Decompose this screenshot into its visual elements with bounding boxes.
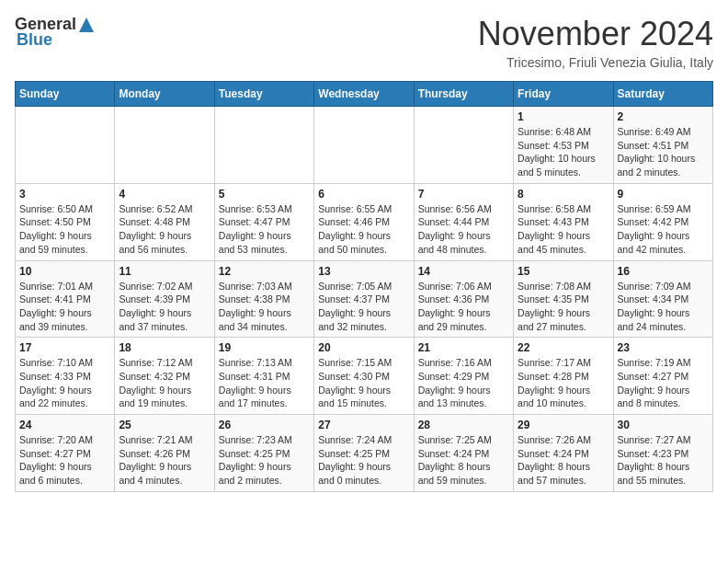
day-number: 24 <box>19 419 110 431</box>
day-number: 21 <box>418 341 509 354</box>
day-cell: 23Sunrise: 7:19 AM Sunset: 4:27 PM Dayli… <box>613 338 712 415</box>
week-row-1: 1Sunrise: 6:48 AM Sunset: 4:53 PM Daylig… <box>16 107 713 184</box>
header-monday: Monday <box>115 82 214 107</box>
calendar-body: 1Sunrise: 6:48 AM Sunset: 4:53 PM Daylig… <box>16 107 713 492</box>
day-cell: 28Sunrise: 7:25 AM Sunset: 4:24 PM Dayli… <box>414 415 513 492</box>
day-number: 13 <box>318 265 409 278</box>
week-row-3: 10Sunrise: 7:01 AM Sunset: 4:41 PM Dayli… <box>16 260 713 338</box>
day-cell: 10Sunrise: 7:01 AM Sunset: 4:41 PM Dayli… <box>16 260 115 338</box>
header-saturday: Saturday <box>613 82 712 107</box>
day-number: 6 <box>318 188 409 201</box>
day-info: Sunrise: 6:53 AM Sunset: 4:47 PM Dayligh… <box>219 202 310 257</box>
day-cell <box>414 107 513 184</box>
day-number: 15 <box>518 265 609 278</box>
day-info: Sunrise: 7:05 AM Sunset: 4:37 PM Dayligh… <box>318 280 409 334</box>
day-info: Sunrise: 7:03 AM Sunset: 4:38 PM Dayligh… <box>219 280 310 334</box>
week-row-2: 3Sunrise: 6:50 AM Sunset: 4:50 PM Daylig… <box>16 183 713 260</box>
day-info: Sunrise: 6:55 AM Sunset: 4:46 PM Dayligh… <box>318 202 409 257</box>
week-row-5: 24Sunrise: 7:20 AM Sunset: 4:27 PM Dayli… <box>16 415 713 492</box>
day-cell: 13Sunrise: 7:05 AM Sunset: 4:37 PM Dayli… <box>314 260 414 338</box>
day-info: Sunrise: 7:06 AM Sunset: 4:36 PM Dayligh… <box>418 280 509 334</box>
day-cell: 16Sunrise: 7:09 AM Sunset: 4:34 PM Dayli… <box>613 260 712 338</box>
day-number: 16 <box>618 265 709 278</box>
day-info: Sunrise: 7:13 AM Sunset: 4:31 PM Dayligh… <box>219 356 310 410</box>
day-cell: 1Sunrise: 6:48 AM Sunset: 4:53 PM Daylig… <box>514 107 613 184</box>
day-number: 28 <box>418 419 509 431</box>
day-number: 19 <box>219 341 310 354</box>
day-cell: 15Sunrise: 7:08 AM Sunset: 4:35 PM Dayli… <box>514 260 613 338</box>
day-number: 3 <box>19 188 110 201</box>
day-number: 23 <box>618 341 709 354</box>
day-cell: 21Sunrise: 7:16 AM Sunset: 4:29 PM Dayli… <box>414 338 513 415</box>
day-number: 25 <box>119 419 210 431</box>
day-info: Sunrise: 6:49 AM Sunset: 4:51 PM Dayligh… <box>618 125 709 179</box>
week-row-4: 17Sunrise: 7:10 AM Sunset: 4:33 PM Dayli… <box>16 338 713 415</box>
day-cell: 4Sunrise: 6:52 AM Sunset: 4:48 PM Daylig… <box>115 183 214 260</box>
day-info: Sunrise: 7:12 AM Sunset: 4:32 PM Dayligh… <box>119 356 210 410</box>
day-info: Sunrise: 7:01 AM Sunset: 4:41 PM Dayligh… <box>19 280 110 334</box>
day-number: 5 <box>219 188 310 201</box>
location-text: Tricesimo, Friuli Venezia Giulia, Italy <box>478 55 713 70</box>
header-row: SundayMondayTuesdayWednesdayThursdayFrid… <box>16 82 713 107</box>
day-number: 26 <box>219 419 310 431</box>
day-cell: 8Sunrise: 6:58 AM Sunset: 4:43 PM Daylig… <box>514 183 613 260</box>
day-info: Sunrise: 7:15 AM Sunset: 4:30 PM Dayligh… <box>318 356 409 410</box>
day-number: 4 <box>119 188 210 201</box>
day-cell: 3Sunrise: 6:50 AM Sunset: 4:50 PM Daylig… <box>16 183 115 260</box>
day-number: 8 <box>518 188 609 201</box>
svg-marker-0 <box>79 17 94 32</box>
day-info: Sunrise: 6:59 AM Sunset: 4:42 PM Dayligh… <box>618 202 709 257</box>
day-info: Sunrise: 7:08 AM Sunset: 4:35 PM Dayligh… <box>518 280 609 334</box>
day-info: Sunrise: 7:02 AM Sunset: 4:39 PM Dayligh… <box>119 280 210 334</box>
day-info: Sunrise: 7:23 AM Sunset: 4:25 PM Dayligh… <box>219 433 310 488</box>
day-info: Sunrise: 6:50 AM Sunset: 4:50 PM Dayligh… <box>19 202 110 257</box>
day-cell: 27Sunrise: 7:24 AM Sunset: 4:25 PM Dayli… <box>314 415 414 492</box>
day-cell: 17Sunrise: 7:10 AM Sunset: 4:33 PM Dayli… <box>16 338 115 415</box>
day-cell: 18Sunrise: 7:12 AM Sunset: 4:32 PM Dayli… <box>115 338 214 415</box>
day-number: 12 <box>219 265 310 278</box>
day-cell: 7Sunrise: 6:56 AM Sunset: 4:44 PM Daylig… <box>414 183 513 260</box>
day-number: 18 <box>119 341 210 354</box>
day-cell <box>115 107 214 184</box>
day-info: Sunrise: 7:24 AM Sunset: 4:25 PM Dayligh… <box>318 433 409 488</box>
logo-blue-text: Blue <box>17 30 52 50</box>
header-wednesday: Wednesday <box>314 82 414 107</box>
day-cell: 24Sunrise: 7:20 AM Sunset: 4:27 PM Dayli… <box>16 415 115 492</box>
day-info: Sunrise: 6:48 AM Sunset: 4:53 PM Dayligh… <box>518 125 609 179</box>
day-cell: 29Sunrise: 7:26 AM Sunset: 4:24 PM Dayli… <box>514 415 613 492</box>
day-cell: 5Sunrise: 6:53 AM Sunset: 4:47 PM Daylig… <box>214 183 313 260</box>
day-number: 27 <box>318 419 409 431</box>
day-number: 2 <box>618 110 709 123</box>
day-cell: 26Sunrise: 7:23 AM Sunset: 4:25 PM Dayli… <box>214 415 313 492</box>
day-number: 1 <box>518 110 609 123</box>
day-number: 9 <box>618 188 709 201</box>
day-number: 22 <box>518 341 609 354</box>
day-number: 10 <box>19 265 110 278</box>
day-cell: 30Sunrise: 7:27 AM Sunset: 4:23 PM Dayli… <box>613 415 712 492</box>
day-number: 29 <box>518 419 609 431</box>
day-info: Sunrise: 7:20 AM Sunset: 4:27 PM Dayligh… <box>19 433 110 488</box>
day-number: 20 <box>318 341 409 354</box>
day-info: Sunrise: 7:10 AM Sunset: 4:33 PM Dayligh… <box>19 356 110 410</box>
day-cell <box>314 107 414 184</box>
calendar-header: SundayMondayTuesdayWednesdayThursdayFrid… <box>16 82 713 107</box>
day-info: Sunrise: 7:21 AM Sunset: 4:26 PM Dayligh… <box>119 433 210 488</box>
day-info: Sunrise: 7:16 AM Sunset: 4:29 PM Dayligh… <box>418 356 509 410</box>
header-friday: Friday <box>514 82 613 107</box>
title-block: November 2024 Tricesimo, Friuli Venezia … <box>478 15 713 70</box>
day-number: 30 <box>618 419 709 431</box>
day-cell: 6Sunrise: 6:55 AM Sunset: 4:46 PM Daylig… <box>314 183 414 260</box>
day-number: 7 <box>418 188 509 201</box>
day-cell: 20Sunrise: 7:15 AM Sunset: 4:30 PM Dayli… <box>314 338 414 415</box>
day-cell: 14Sunrise: 7:06 AM Sunset: 4:36 PM Dayli… <box>414 260 513 338</box>
logo: General Blue <box>15 15 95 50</box>
day-cell: 19Sunrise: 7:13 AM Sunset: 4:31 PM Dayli… <box>214 338 313 415</box>
day-info: Sunrise: 7:17 AM Sunset: 4:28 PM Dayligh… <box>518 356 609 410</box>
month-title: November 2024 <box>478 15 713 53</box>
day-info: Sunrise: 7:25 AM Sunset: 4:24 PM Dayligh… <box>418 433 509 488</box>
day-info: Sunrise: 6:56 AM Sunset: 4:44 PM Dayligh… <box>418 202 509 257</box>
day-cell <box>16 107 115 184</box>
day-cell: 22Sunrise: 7:17 AM Sunset: 4:28 PM Dayli… <box>514 338 613 415</box>
day-info: Sunrise: 6:58 AM Sunset: 4:43 PM Dayligh… <box>518 202 609 257</box>
day-info: Sunrise: 7:26 AM Sunset: 4:24 PM Dayligh… <box>518 433 609 488</box>
